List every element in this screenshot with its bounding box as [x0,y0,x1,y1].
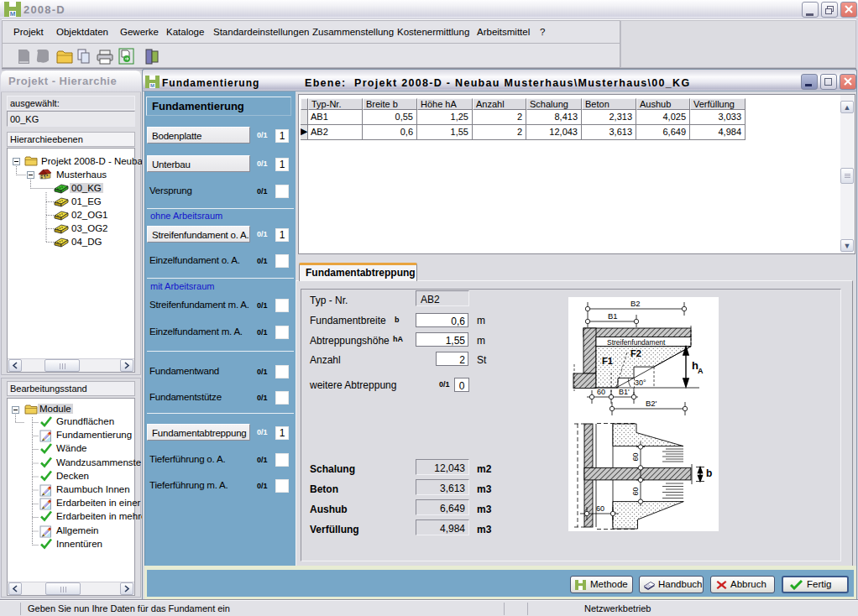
svg-text:F1: F1 [602,356,613,366]
svg-text:B2: B2 [630,299,641,308]
svg-text:30°: 30° [635,378,646,387]
svg-text:Streifenfundament: Streifenfundament [607,338,666,347]
svg-text:60: 60 [631,487,640,495]
svg-text:A: A [698,367,704,375]
svg-text:b: b [706,467,712,479]
svg-text:B2': B2' [646,399,657,408]
svg-text:60: 60 [596,504,604,513]
svg-text:B1: B1 [608,311,618,321]
svg-text:M: M [10,10,16,17]
svg-text:F2: F2 [630,348,641,358]
svg-text:60: 60 [597,388,605,396]
svg-text:60: 60 [631,452,640,461]
svg-text:M: M [150,83,154,88]
svg-text:B1': B1' [619,388,630,396]
